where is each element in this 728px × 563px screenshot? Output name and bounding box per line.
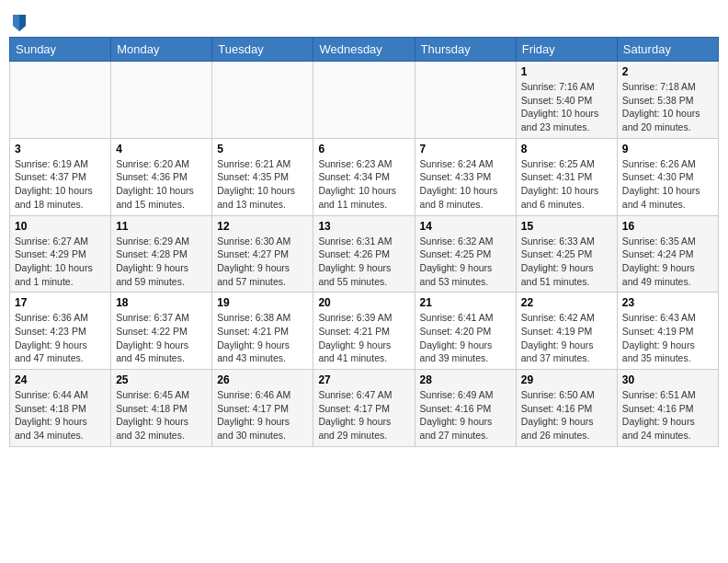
- calendar-day-cell: 16Sunrise: 6:35 AM Sunset: 4:24 PM Dayli…: [617, 215, 718, 293]
- calendar-week-row: 10Sunrise: 6:27 AM Sunset: 4:29 PM Dayli…: [10, 215, 719, 293]
- calendar-week-row: 24Sunrise: 6:44 AM Sunset: 4:18 PM Dayli…: [10, 370, 719, 447]
- calendar-day-cell: 11Sunrise: 6:29 AM Sunset: 4:28 PM Dayli…: [111, 215, 212, 293]
- calendar-day-cell: [212, 62, 313, 139]
- calendar-day-cell: 2Sunrise: 7:18 AM Sunset: 5:38 PM Daylig…: [617, 62, 718, 139]
- day-info: Sunrise: 6:31 AM Sunset: 4:26 PM Dayligh…: [318, 235, 409, 289]
- calendar-day-cell: 25Sunrise: 6:45 AM Sunset: 4:18 PM Dayli…: [111, 370, 212, 447]
- calendar-day-cell: 27Sunrise: 6:47 AM Sunset: 4:17 PM Dayli…: [313, 370, 415, 447]
- day-number: 30: [622, 373, 713, 386]
- day-number: 15: [521, 220, 612, 233]
- day-number: 21: [420, 296, 511, 309]
- calendar-day-cell: 1Sunrise: 7:16 AM Sunset: 5:40 PM Daylig…: [516, 62, 617, 139]
- calendar-day-cell: [10, 62, 111, 139]
- calendar-day-cell: 20Sunrise: 6:39 AM Sunset: 4:21 PM Dayli…: [313, 293, 415, 370]
- day-of-week-header: Monday: [111, 38, 212, 62]
- day-number: 10: [15, 220, 106, 233]
- calendar-day-cell: 13Sunrise: 6:31 AM Sunset: 4:26 PM Dayli…: [313, 215, 415, 293]
- day-number: 2: [622, 65, 713, 78]
- day-number: 5: [217, 143, 308, 155]
- calendar-day-cell: 4Sunrise: 6:20 AM Sunset: 4:36 PM Daylig…: [111, 138, 212, 215]
- day-info: Sunrise: 6:32 AM Sunset: 4:25 PM Dayligh…: [420, 235, 511, 289]
- day-number: 23: [622, 296, 713, 309]
- calendar-week-row: 3Sunrise: 6:19 AM Sunset: 4:37 PM Daylig…: [10, 138, 719, 215]
- calendar-header-row: SundayMondayTuesdayWednesdayThursdayFrid…: [10, 38, 719, 62]
- day-info: Sunrise: 6:37 AM Sunset: 4:22 PM Dayligh…: [116, 311, 207, 365]
- calendar-day-cell: 29Sunrise: 6:50 AM Sunset: 4:16 PM Dayli…: [516, 370, 617, 447]
- calendar-day-cell: 28Sunrise: 6:49 AM Sunset: 4:16 PM Dayli…: [415, 370, 516, 447]
- day-info: Sunrise: 6:27 AM Sunset: 4:29 PM Dayligh…: [15, 235, 106, 289]
- day-number: 11: [116, 220, 207, 233]
- day-number: 8: [521, 143, 612, 155]
- day-number: 16: [622, 220, 713, 233]
- day-number: 12: [217, 220, 308, 233]
- calendar-day-cell: 3Sunrise: 6:19 AM Sunset: 4:37 PM Daylig…: [10, 138, 111, 215]
- day-number: 1: [521, 65, 612, 78]
- day-info: Sunrise: 6:30 AM Sunset: 4:27 PM Dayligh…: [217, 235, 308, 289]
- day-info: Sunrise: 6:43 AM Sunset: 4:19 PM Dayligh…: [622, 311, 713, 365]
- calendar-day-cell: 15Sunrise: 6:33 AM Sunset: 4:25 PM Dayli…: [516, 215, 617, 293]
- day-number: 19: [217, 296, 308, 309]
- calendar-day-cell: 9Sunrise: 6:26 AM Sunset: 4:30 PM Daylig…: [617, 138, 718, 215]
- day-info: Sunrise: 6:25 AM Sunset: 4:31 PM Dayligh…: [521, 157, 612, 212]
- day-info: Sunrise: 6:36 AM Sunset: 4:23 PM Dayligh…: [15, 311, 106, 365]
- day-info: Sunrise: 6:26 AM Sunset: 4:30 PM Dayligh…: [622, 157, 713, 212]
- day-number: 22: [521, 296, 612, 309]
- day-of-week-header: Tuesday: [212, 38, 313, 62]
- day-number: 13: [318, 220, 409, 233]
- day-info: Sunrise: 6:51 AM Sunset: 4:16 PM Dayligh…: [622, 388, 713, 442]
- day-info: Sunrise: 6:47 AM Sunset: 4:17 PM Dayligh…: [318, 388, 409, 442]
- day-number: 25: [116, 373, 207, 386]
- calendar-day-cell: 12Sunrise: 6:30 AM Sunset: 4:27 PM Dayli…: [212, 215, 313, 293]
- day-number: 4: [116, 143, 207, 155]
- svg-marker-1: [19, 15, 26, 31]
- calendar-day-cell: 24Sunrise: 6:44 AM Sunset: 4:18 PM Dayli…: [10, 370, 111, 447]
- calendar-day-cell: 18Sunrise: 6:37 AM Sunset: 4:22 PM Dayli…: [111, 293, 212, 370]
- day-info: Sunrise: 6:39 AM Sunset: 4:21 PM Dayligh…: [318, 311, 409, 365]
- calendar-day-cell: 21Sunrise: 6:41 AM Sunset: 4:20 PM Dayli…: [415, 293, 516, 370]
- day-info: Sunrise: 6:38 AM Sunset: 4:21 PM Dayligh…: [217, 311, 308, 365]
- day-info: Sunrise: 6:23 AM Sunset: 4:34 PM Dayligh…: [318, 157, 409, 212]
- day-info: Sunrise: 6:45 AM Sunset: 4:18 PM Dayligh…: [116, 388, 207, 442]
- calendar-day-cell: 23Sunrise: 6:43 AM Sunset: 4:19 PM Dayli…: [617, 293, 718, 370]
- day-info: Sunrise: 6:19 AM Sunset: 4:37 PM Dayligh…: [15, 157, 106, 212]
- day-number: 14: [420, 220, 511, 233]
- day-of-week-header: Thursday: [415, 38, 516, 62]
- day-number: 28: [420, 373, 511, 386]
- day-number: 27: [318, 373, 409, 386]
- day-number: 18: [116, 296, 207, 309]
- day-number: 26: [217, 373, 308, 386]
- calendar-day-cell: 6Sunrise: 6:23 AM Sunset: 4:34 PM Daylig…: [313, 138, 415, 215]
- logo-icon: [11, 13, 28, 33]
- logo: [9, 13, 28, 29]
- day-of-week-header: Friday: [516, 38, 617, 62]
- calendar-day-cell: 22Sunrise: 6:42 AM Sunset: 4:19 PM Dayli…: [516, 293, 617, 370]
- calendar-day-cell: 10Sunrise: 6:27 AM Sunset: 4:29 PM Dayli…: [10, 215, 111, 293]
- calendar-week-row: 17Sunrise: 6:36 AM Sunset: 4:23 PM Dayli…: [10, 293, 719, 370]
- day-number: 24: [15, 373, 106, 386]
- day-info: Sunrise: 6:49 AM Sunset: 4:16 PM Dayligh…: [420, 388, 511, 442]
- day-info: Sunrise: 6:44 AM Sunset: 4:18 PM Dayligh…: [15, 388, 106, 442]
- day-number: 17: [15, 296, 106, 309]
- day-number: 29: [521, 373, 612, 386]
- calendar-day-cell: 7Sunrise: 6:24 AM Sunset: 4:33 PM Daylig…: [415, 138, 516, 215]
- day-number: 6: [318, 143, 409, 155]
- day-number: 9: [622, 143, 713, 155]
- calendar-day-cell: 14Sunrise: 6:32 AM Sunset: 4:25 PM Dayli…: [415, 215, 516, 293]
- calendar-day-cell: 17Sunrise: 6:36 AM Sunset: 4:23 PM Dayli…: [10, 293, 111, 370]
- calendar-day-cell: [313, 62, 415, 139]
- calendar-day-cell: 5Sunrise: 6:21 AM Sunset: 4:35 PM Daylig…: [212, 138, 313, 215]
- day-of-week-header: Wednesday: [313, 38, 415, 62]
- page-header: [9, 9, 719, 29]
- day-of-week-header: Sunday: [10, 38, 111, 62]
- calendar-day-cell: 26Sunrise: 6:46 AM Sunset: 4:17 PM Dayli…: [212, 370, 313, 447]
- day-info: Sunrise: 6:50 AM Sunset: 4:16 PM Dayligh…: [521, 388, 612, 442]
- day-info: Sunrise: 6:20 AM Sunset: 4:36 PM Dayligh…: [116, 157, 207, 212]
- calendar: SundayMondayTuesdayWednesdayThursdayFrid…: [9, 37, 719, 447]
- day-info: Sunrise: 6:42 AM Sunset: 4:19 PM Dayligh…: [521, 311, 612, 365]
- day-info: Sunrise: 7:16 AM Sunset: 5:40 PM Dayligh…: [521, 80, 612, 134]
- calendar-day-cell: [415, 62, 516, 139]
- calendar-week-row: 1Sunrise: 7:16 AM Sunset: 5:40 PM Daylig…: [10, 62, 719, 139]
- day-of-week-header: Saturday: [617, 38, 718, 62]
- day-info: Sunrise: 6:21 AM Sunset: 4:35 PM Dayligh…: [217, 157, 308, 212]
- day-number: 3: [15, 143, 106, 155]
